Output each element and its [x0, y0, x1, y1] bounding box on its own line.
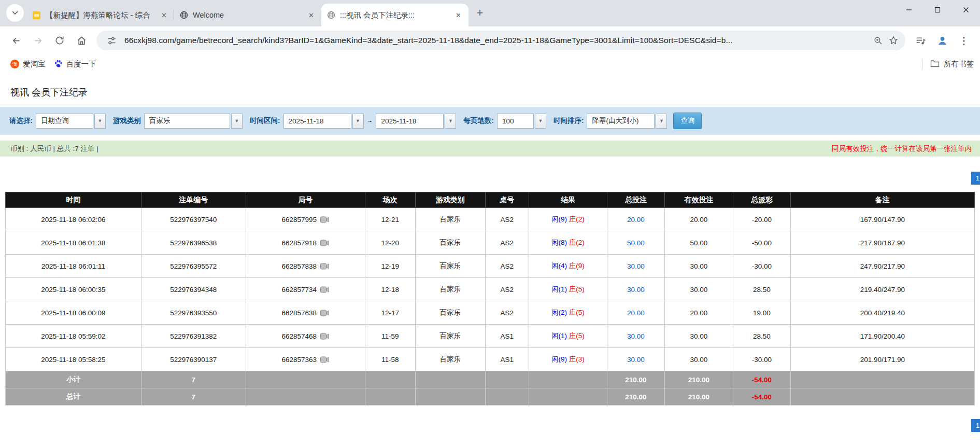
- total-bet-link[interactable]: 50.00: [627, 239, 645, 247]
- browser-menu-icon[interactable]: ⋮: [954, 31, 974, 50]
- cell-result: 闲(9) 庄(2): [529, 208, 607, 231]
- video-camera-icon[interactable]: [320, 310, 329, 316]
- result-player: 闲(1): [551, 285, 567, 293]
- chevron-down-icon[interactable]: ▼: [535, 114, 546, 129]
- date-range-label: 时间区间:: [250, 116, 280, 126]
- cell-valid-bet: 20.00: [664, 301, 733, 325]
- url-text[interactable]: 66cxkj98.com/game/betrecord_search/kind3…: [124, 36, 865, 45]
- cell-time: 2025-11-18 06:00:09: [6, 301, 141, 325]
- url-bar[interactable]: 66cxkj98.com/game/betrecord_search/kind3…: [96, 31, 905, 50]
- profile-avatar-icon[interactable]: [932, 31, 952, 50]
- tab-search-button[interactable]: [6, 4, 24, 22]
- cell-valid-bet: 30.00: [664, 348, 733, 371]
- forward-icon[interactable]: [28, 31, 48, 50]
- date-end-combo[interactable]: 2025-11-18 ▼: [376, 114, 456, 129]
- cell-session: 12-19: [365, 255, 415, 278]
- tab-forum[interactable]: 【新提醒】海燕策略论坛 - 综合 ✕: [27, 4, 174, 26]
- chevron-down-icon[interactable]: ▼: [445, 114, 456, 129]
- chevron-down-icon: [12, 11, 18, 15]
- sort-combo[interactable]: 降幂(由大到小) ▼: [587, 114, 667, 129]
- sort-label: 时间排序:: [553, 116, 584, 126]
- total-bet-link[interactable]: 30.00: [627, 356, 645, 364]
- cell-time: 2025-11-18 05:59:02: [6, 325, 141, 348]
- header-game-type: 游戏类别: [415, 192, 485, 208]
- page-content: 视讯 会员下注纪录 请选择: 日期查询 ▼ 游戏类别 百家乐 ▼ 时间区间: 2…: [0, 86, 980, 432]
- cell-payout: 28.50: [733, 325, 790, 348]
- table-row: 2025-11-18 05:58:25522976390137662857363…: [6, 348, 975, 371]
- chevron-down-icon[interactable]: ▼: [94, 114, 106, 129]
- cell-total-bet: 20.00: [607, 301, 664, 325]
- total-payout: -54.00: [733, 388, 790, 406]
- page-1-button[interactable]: 1: [971, 419, 980, 432]
- search-button[interactable]: 查询: [673, 113, 702, 129]
- video-camera-icon[interactable]: [320, 333, 329, 340]
- round-id: 662857995: [281, 216, 317, 224]
- date-start-combo[interactable]: 2025-11-18 ▼: [283, 114, 364, 129]
- cell-session: 12-17: [365, 301, 415, 325]
- page-1-button[interactable]: 1: [971, 172, 980, 185]
- total-bet-link[interactable]: 30.00: [627, 332, 645, 340]
- result-banker: 庄(5): [569, 332, 585, 340]
- page-size-value: 100: [497, 114, 534, 129]
- cell-remark: 247.90/217.90: [790, 255, 974, 278]
- total-label: 总计: [6, 388, 141, 406]
- cell-session: 12-18: [365, 278, 415, 301]
- cell-bet-id: 522976394348: [141, 278, 246, 301]
- video-camera-icon[interactable]: [320, 356, 329, 363]
- subtotal-row: 小计 7 210.00 210.00 -54.00: [6, 371, 975, 388]
- cell-payout: -20.00: [733, 208, 790, 231]
- video-camera-icon[interactable]: [320, 216, 329, 223]
- total-bet-link[interactable]: 30.00: [627, 262, 645, 270]
- media-controls-icon[interactable]: [911, 31, 930, 50]
- video-camera-icon[interactable]: [320, 240, 329, 246]
- close-tab-icon[interactable]: ✕: [306, 10, 316, 20]
- cell-total-bet: 30.00: [607, 278, 664, 301]
- subtotal-label: 小计: [6, 371, 141, 388]
- close-tab-icon[interactable]: ✕: [159, 10, 169, 20]
- all-bookmarks[interactable]: 所有书签: [922, 59, 974, 69]
- cell-remark: 201.90/171.90: [790, 348, 974, 371]
- reload-icon[interactable]: [50, 31, 69, 50]
- cell-payout: 19.00: [733, 301, 790, 325]
- bookmark-baidu[interactable]: 百度一下: [50, 57, 101, 72]
- cell-table-no: AS2: [485, 208, 529, 231]
- cell-table-no: AS1: [485, 325, 529, 348]
- page-size-combo[interactable]: 100 ▼: [497, 114, 546, 129]
- result-banker: 庄(3): [569, 355, 585, 363]
- bookmark-star-icon[interactable]: [886, 33, 901, 48]
- close-tab-icon[interactable]: ✕: [453, 10, 463, 20]
- subtotal-total-bet: 210.00: [607, 371, 664, 388]
- maximize-button[interactable]: [923, 0, 951, 19]
- bookmarks-bar: 淘 爱淘宝 百度一下 所有书签: [0, 54, 980, 74]
- total-bet-link[interactable]: 20.00: [627, 309, 645, 317]
- cell-game-type: 百家乐: [415, 255, 485, 278]
- chevron-down-icon[interactable]: ▼: [231, 114, 243, 129]
- cell-time: 2025-11-18 06:00:35: [6, 278, 141, 301]
- close-window-button[interactable]: [951, 0, 980, 19]
- cell-valid-bet: 50.00: [664, 231, 733, 255]
- zoom-icon[interactable]: [870, 33, 886, 48]
- total-bet-link[interactable]: 20.00: [627, 216, 645, 224]
- header-session: 场次: [365, 192, 415, 208]
- minimize-button[interactable]: [894, 0, 923, 19]
- video-camera-icon[interactable]: [320, 286, 329, 293]
- query-type-combo[interactable]: 日期查询 ▼: [36, 114, 106, 129]
- bookmark-taobao[interactable]: 淘 爱淘宝: [6, 57, 50, 71]
- game-type-combo[interactable]: 百家乐 ▼: [144, 114, 243, 129]
- cell-game-type: 百家乐: [415, 278, 485, 301]
- cell-bet-id: 522976393550: [141, 301, 246, 325]
- back-icon[interactable]: [6, 31, 26, 50]
- table-row: 2025-11-18 06:00:09522976393550662857638…: [6, 301, 975, 325]
- site-settings-icon[interactable]: [104, 33, 119, 48]
- table-row: 2025-11-18 05:59:02522976391382662857468…: [6, 325, 975, 348]
- chevron-down-icon[interactable]: ▼: [656, 114, 667, 129]
- cell-time: 2025-11-18 06:02:06: [6, 208, 141, 231]
- tab-bet-records[interactable]: :::视讯 会员下注纪录::: ✕: [321, 4, 468, 26]
- chevron-down-icon[interactable]: ▼: [352, 114, 364, 129]
- new-tab-button[interactable]: +: [472, 5, 488, 21]
- tab-welcome[interactable]: Welcome ✕: [174, 4, 321, 26]
- total-bet-link[interactable]: 30.00: [627, 286, 645, 294]
- home-icon[interactable]: [72, 31, 91, 50]
- cell-bet-id: 522976390137: [141, 348, 246, 371]
- video-camera-icon[interactable]: [320, 263, 329, 270]
